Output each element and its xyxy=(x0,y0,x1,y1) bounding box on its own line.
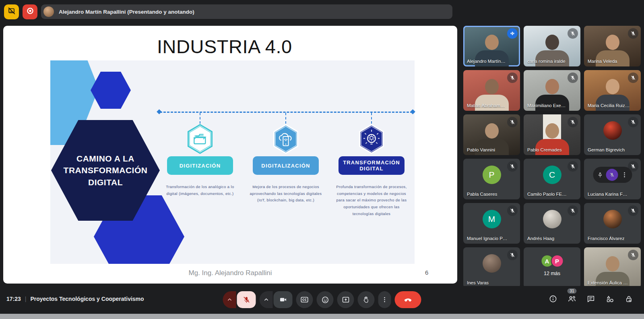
more-options-button[interactable] xyxy=(378,291,391,308)
participant-tile[interactable]: C Camilo Paolo FE… xyxy=(524,159,580,199)
participant-tile[interactable]: German Bigrevich xyxy=(584,114,641,155)
hand-icon xyxy=(362,296,370,304)
stage-description: Mejora de los procesos de negocios aprov… xyxy=(250,184,322,204)
cloud-phone-hexagon-icon xyxy=(272,124,299,154)
participant-name: Ines Varas xyxy=(467,280,489,285)
participant-tile[interactable]: Extensión Áulica … xyxy=(584,247,641,288)
participant-figure xyxy=(535,139,569,155)
info-circle-icon xyxy=(549,294,557,303)
participant-name: German Bigrevich xyxy=(588,147,625,152)
slide-title: INDUSTRIA 4.0 xyxy=(157,35,292,58)
tile-more-options-icon[interactable] xyxy=(621,171,628,178)
pin-icon[interactable] xyxy=(597,172,603,178)
stage-label: TRANSFORMACIÓN DIGITAL xyxy=(339,156,405,175)
stage-label: DIGITIZACIÓN xyxy=(167,156,233,175)
avatar: P xyxy=(483,166,501,184)
host-controls-button[interactable] xyxy=(624,294,634,304)
present-button[interactable] xyxy=(337,291,354,308)
raise-hand-button[interactable] xyxy=(358,291,375,308)
camera-options-chevron[interactable] xyxy=(260,291,273,308)
mic-off-icon xyxy=(568,161,578,172)
recording-button[interactable] xyxy=(23,4,37,19)
participant-tile[interactable]: Marina Veleda xyxy=(584,26,641,66)
participant-tile[interactable]: Pablo Cremades xyxy=(524,114,580,155)
participant-tile[interactable]: Matias Abraham… xyxy=(463,70,520,111)
participant-name: Matias Abraham… xyxy=(467,103,505,108)
participant-figure xyxy=(485,35,499,50)
participant-tile[interactable]: Pablo Vannini xyxy=(463,114,520,155)
annotation-off-button[interactable] xyxy=(4,4,19,19)
presenter-name: Alejandro Martín Rapallini (Presentando … xyxy=(59,9,194,15)
annotation-off-icon xyxy=(7,6,16,17)
mic-options-chevron[interactable] xyxy=(223,291,236,308)
participant-name: Pablo Vannini xyxy=(467,147,495,152)
people-button[interactable]: 31 xyxy=(567,294,577,304)
separator: | xyxy=(25,296,27,302)
timeline-arrow xyxy=(160,112,413,113)
participant-figure xyxy=(485,79,499,94)
participant-figure xyxy=(596,272,630,288)
participant-tile[interactable]: Ines Varas xyxy=(463,247,520,288)
participant-tile[interactable]: P Pabla Caseres xyxy=(463,159,520,199)
end-call-button[interactable] xyxy=(395,291,421,308)
stage-label: DIGITALIZACIÓN xyxy=(253,156,319,175)
tile-hover-controls xyxy=(593,167,632,183)
participant-tile[interactable]: carla romina iralde xyxy=(524,26,580,66)
overflow-avatars: AP xyxy=(541,255,564,267)
decor-hexagon-blue-small xyxy=(91,72,131,109)
avatar xyxy=(483,254,501,273)
participant-tile[interactable]: Maria Cecilia Ruiz… xyxy=(584,70,641,111)
avatar: M xyxy=(483,210,501,228)
mic-off-icon xyxy=(628,161,638,172)
mic-off-icon xyxy=(628,28,638,39)
mic-off-icon xyxy=(568,28,578,39)
slide-page-number: 6 xyxy=(425,269,428,276)
timeline-connector xyxy=(200,113,200,124)
participant-name: carla romina iralde xyxy=(527,59,566,64)
captions-button[interactable] xyxy=(296,291,313,308)
participant-name: Luciana Karina F… xyxy=(588,192,627,197)
participant-figure xyxy=(606,256,619,271)
stage-description: Profunda transformación de procesos, com… xyxy=(335,184,408,217)
participant-count-badge: 31 xyxy=(567,288,576,294)
participant-tile[interactable]: Maximiliano Exe… xyxy=(524,70,580,111)
camera-button[interactable] xyxy=(274,291,293,308)
mic-off-icon xyxy=(507,250,518,260)
avatar: C xyxy=(543,166,561,184)
participant-name: Camilo Paolo FE… xyxy=(527,192,567,197)
participant-figure xyxy=(606,79,619,94)
timeline-connector xyxy=(285,113,286,124)
mic-off-icon xyxy=(242,296,250,304)
participant-tile[interactable]: M Manuel Ignacio P… xyxy=(463,203,520,244)
reactions-button[interactable] xyxy=(317,291,334,308)
smiley-icon xyxy=(321,296,329,304)
avatar xyxy=(603,210,622,228)
presenter-pill: Alejandro Martín Rapallini (Presentando … xyxy=(41,4,452,19)
participants-grid: Alejandro Martín… carla romina iralde Ma… xyxy=(463,26,644,293)
present-screen-icon xyxy=(341,296,350,304)
mic-off-icon xyxy=(628,205,638,216)
headline-text: CAMINO A LA TRANSFORMACIÓN DIGITAL xyxy=(51,153,160,188)
participant-tile[interactable]: Andrés Haag xyxy=(524,203,580,244)
people-icon xyxy=(567,294,577,304)
mic-button[interactable] xyxy=(237,291,256,308)
chat-button[interactable] xyxy=(586,294,596,304)
info-button[interactable] xyxy=(548,294,558,304)
camera-icon xyxy=(279,296,287,304)
participant-figure xyxy=(535,50,569,66)
participant-figure xyxy=(596,50,630,66)
participant-tile[interactable]: Alejandro Martín… xyxy=(463,26,520,66)
lock-icon xyxy=(625,295,633,303)
activities-button[interactable] xyxy=(605,294,615,304)
participant-figure xyxy=(596,95,630,111)
participant-tile[interactable]: AP12 más xyxy=(524,247,580,288)
meeting-info: 17:23 | Proyectos Tecnológicos y Coopera… xyxy=(6,296,144,302)
participant-tile[interactable]: Luciana Karina F… xyxy=(584,159,641,199)
mic-off-icon xyxy=(568,117,578,127)
participant-tile[interactable]: Francisco Álvarez xyxy=(584,203,641,244)
participant-name: Maximiliano Exe… xyxy=(527,103,566,108)
participant-name: Extensión Áulica … xyxy=(588,280,628,285)
participant-figure xyxy=(545,123,559,139)
dots-vertical-icon xyxy=(381,296,388,303)
participant-figure xyxy=(606,35,619,50)
